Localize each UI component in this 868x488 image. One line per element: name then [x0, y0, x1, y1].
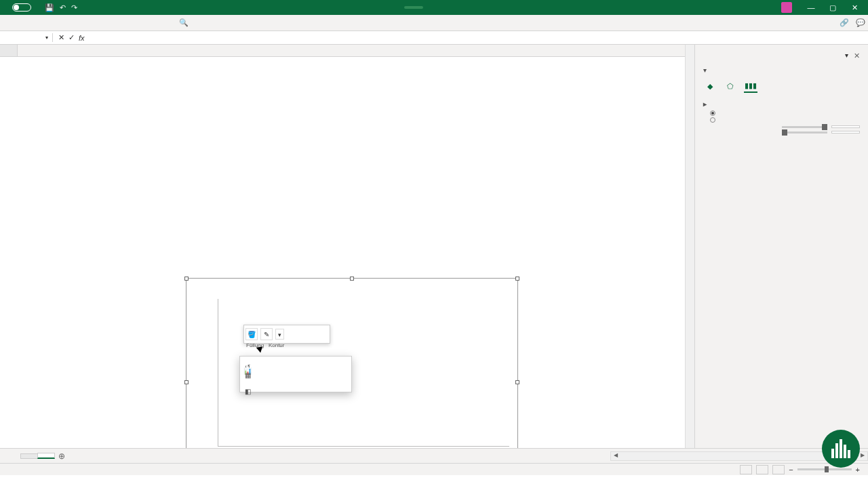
outline-icon[interactable]: ✎	[260, 328, 273, 340]
tab-start[interactable]	[16, 20, 30, 26]
overlap-slider[interactable]	[782, 126, 827, 128]
sheet-tab-active[interactable]	[37, 453, 55, 459]
vertical-scrollbar[interactable]	[685, 45, 694, 448]
resize-handle[interactable]	[350, 277, 354, 281]
status-bar: − +	[0, 463, 868, 475]
sheet-tabs: ⊕ ◀▶	[0, 448, 868, 463]
column-headers	[0, 45, 685, 57]
normal-view-icon[interactable]	[740, 465, 752, 474]
fill-icon[interactable]: 🪣	[245, 328, 258, 340]
redo-icon[interactable]: ↷	[71, 3, 77, 12]
tab-einfuegen[interactable]	[30, 20, 43, 26]
ribbon: 🔍 🔗 💬	[0, 15, 868, 31]
user-account[interactable]	[777, 2, 792, 13]
effects-icon[interactable]: ⬠	[724, 79, 737, 93]
svg-rect-4	[848, 450, 850, 458]
tab-formeln[interactable]	[57, 20, 71, 26]
menu-format-series[interactable]: ◧	[240, 386, 351, 390]
primary-axis-radio[interactable]	[710, 110, 860, 116]
zoom-slider[interactable]	[797, 468, 852, 470]
share-button[interactable]: 🔗	[840, 18, 849, 27]
svg-rect-2	[840, 439, 842, 458]
gap-value[interactable]	[831, 131, 860, 134]
chart-object[interactable]: 🪣 ✎ ▾ Füllung Kontur ↺ 📊 ▦ ◧	[186, 278, 518, 448]
page-layout-icon[interactable]	[756, 465, 768, 474]
autosave-toggle[interactable]	[3, 3, 37, 12]
quick-access-toolbar: 💾 ↶ ↷	[45, 3, 77, 12]
pane-options-icon[interactable]: ▾	[845, 52, 848, 60]
tab-ansicht[interactable]	[98, 20, 111, 26]
undo-icon[interactable]: ↶	[60, 3, 66, 12]
tab-format[interactable]	[152, 20, 165, 26]
resize-handle[interactable]	[184, 277, 189, 281]
section-header[interactable]: ▸	[703, 100, 860, 108]
series-options-icon[interactable]: ▮▮▮	[744, 79, 757, 93]
select-all-corner[interactable]	[0, 45, 18, 56]
svg-rect-0	[831, 449, 834, 458]
fx-icon[interactable]: fx	[79, 34, 85, 42]
channel-badge	[822, 430, 860, 468]
page-break-icon[interactable]	[772, 465, 785, 474]
zoom-out-icon[interactable]: −	[789, 466, 793, 474]
tab-daten[interactable]	[71, 20, 84, 26]
name-box[interactable]: ▾	[0, 33, 53, 42]
gap-slider[interactable]	[782, 131, 827, 134]
formula-input[interactable]	[90, 37, 868, 39]
series-options-dropdown[interactable]: ▾	[703, 66, 860, 74]
tab-hilfe[interactable]	[111, 20, 125, 26]
save-icon[interactable]: 💾	[45, 3, 54, 12]
sheet-tab[interactable]	[20, 453, 38, 459]
chevron-down-icon: ▾	[45, 35, 48, 41]
mini-toolbar: 🪣 ✎ ▾	[243, 325, 330, 344]
fill-line-icon[interactable]: ◆	[703, 79, 717, 93]
tab-seitenlayout[interactable]	[43, 20, 57, 26]
tab-factset[interactable]	[125, 20, 138, 26]
tab-entwurf[interactable]	[138, 20, 152, 26]
minimize-icon[interactable]: —	[800, 3, 822, 12]
close-icon[interactable]: ✕	[844, 3, 865, 12]
format-icon: ◧	[243, 388, 252, 397]
tab-ueberpruefen[interactable]	[84, 20, 98, 26]
formula-bar: ▾ ✕ ✓ fx	[0, 31, 868, 45]
series-selector[interactable]: ▾	[275, 329, 284, 340]
cursor-icon	[258, 345, 266, 356]
format-pane: ▾✕ ▾ ◆ ⬠ ▮▮▮ ▸	[694, 45, 868, 448]
search-icon: 🔍	[179, 18, 189, 27]
resize-handle[interactable]	[515, 380, 519, 384]
resize-handle[interactable]	[184, 380, 189, 384]
close-pane-icon[interactable]: ✕	[854, 52, 860, 60]
comments-button[interactable]: 💬	[856, 18, 865, 27]
maximize-icon[interactable]: ▢	[822, 3, 844, 12]
secondary-axis-radio[interactable]	[710, 117, 860, 123]
resize-handle[interactable]	[515, 277, 519, 281]
search-box[interactable]: 🔍	[179, 18, 191, 27]
cancel-formula-icon[interactable]: ✕	[58, 33, 64, 42]
accept-formula-icon[interactable]: ✓	[68, 33, 75, 42]
context-menu: ↺ 📊 ▦ ◧	[239, 356, 352, 392]
worksheet[interactable]: 🪣 ✎ ▾ Füllung Kontur ↺ 📊 ▦ ◧	[0, 45, 685, 448]
avatar	[781, 2, 792, 13]
tab-datei[interactable]	[3, 20, 16, 26]
contextual-tab-label	[404, 6, 423, 9]
add-sheet-icon[interactable]: ⊕	[58, 451, 65, 461]
title-bar: 💾 ↶ ↷ — ▢ ✕	[0, 0, 868, 15]
pane-title: ▾✕	[703, 52, 860, 60]
zoom-in-icon[interactable]: +	[856, 466, 860, 474]
overlap-value[interactable]	[831, 125, 860, 128]
svg-rect-3	[844, 445, 846, 458]
svg-rect-1	[835, 443, 838, 458]
